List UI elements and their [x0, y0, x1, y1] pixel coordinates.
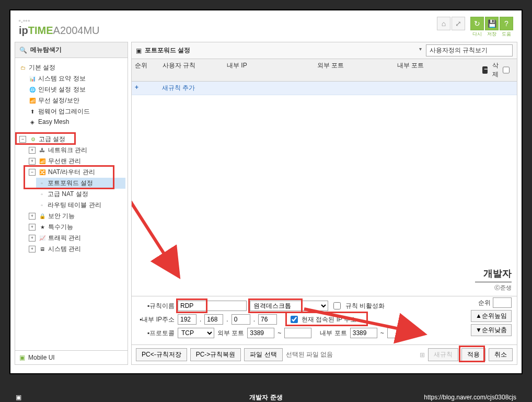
disable-rule-checkbox[interactable] [333, 302, 341, 309]
protocol-select[interactable]: TCP [178, 328, 214, 338]
delete-icon [482, 66, 488, 74]
ip-octet-1[interactable] [178, 314, 196, 325]
preset-select[interactable]: 원격데스크톱 [250, 301, 328, 311]
wifi-icon: 📶 [29, 97, 36, 105]
tree-security[interactable]: +🔒보안 기능 [27, 211, 125, 222]
tree-network-mgmt[interactable]: +🖧네트워크 관리 [27, 145, 125, 156]
new-rule-button[interactable]: 새규칙 [428, 348, 458, 361]
footer-left-icon: ▣ [16, 394, 21, 401]
rule-name-label: 규칙이름 [149, 302, 175, 309]
gear-icon: ⚙ [29, 136, 37, 143]
table-header: 순위 사용자 규칙 내부 IP 외부 포트 내부 포트 삭제 [132, 59, 517, 82]
folder-icon: 🗀 [19, 64, 27, 72]
tree-basic[interactable]: 🗀 기본 설정 [17, 62, 125, 73]
tree-internet[interactable]: 🌐인터넷 설정 정보 [27, 84, 125, 95]
collapse-icon[interactable]: − [29, 169, 36, 176]
priority-down-button[interactable]: ▼순위낮춤 [471, 324, 512, 336]
logo-text: ipTIMEA2004MU [19, 25, 100, 37]
pc-save-rule-button[interactable]: PC<-규칙저장 [136, 348, 187, 361]
ip-octet-2[interactable] [204, 314, 223, 325]
tree-nat-router[interactable]: −🔀NAT/라우터 관리 [27, 167, 125, 178]
internal-port-to[interactable] [387, 328, 414, 338]
footer-right: https://blog.naver.com/cjs0308cjs [424, 394, 516, 401]
router-icon: 🔀 [39, 169, 46, 176]
tree-routing-table[interactable]: ▫라우팅 테이블 관리 [36, 200, 125, 211]
internal-port-from[interactable] [350, 328, 377, 338]
priority-up-button[interactable]: ▲순위높임 [471, 310, 512, 322]
add-rule-row[interactable]: + 새규칙 추가 [132, 82, 517, 95]
menu-tree: 🗀 기본 설정 📊시스템 요약 정보 🌐인터넷 설정 정보 📶무선 설정/보안 … [15, 58, 128, 350]
tree-easymesh[interactable]: ◈Easy Mesh [27, 117, 125, 127]
current-ip-label: 현재 접속된 IP 주소 [302, 315, 356, 324]
lock-icon: 🔒 [39, 213, 46, 220]
logo: ▫.▫▫▫ ipTIMEA2004MU [19, 18, 100, 37]
expand-icon[interactable]: + [29, 246, 36, 252]
ip-octet-4[interactable] [258, 314, 277, 325]
chart-icon: 📊 [29, 75, 36, 83]
internal-ip-label: 내부 IP주소 [142, 316, 175, 323]
expand-icon[interactable]: + [29, 224, 36, 231]
traffic-icon: 📈 [39, 235, 46, 242]
expand-icon[interactable]: + [29, 158, 36, 165]
disable-rule-label: 규칙 비활성화 [345, 302, 385, 311]
priority-input[interactable] [493, 297, 512, 308]
refresh-button[interactable]: ↻ [470, 17, 484, 30]
sidebar: 🔍 메뉴탐색기 🗀 기본 설정 📊시스템 요약 정보 🌐인터넷 설정 정보 📶무… [15, 42, 128, 365]
current-ip-checkbox[interactable] [291, 316, 298, 323]
tree-sys-summary[interactable]: 📊시스템 요약 정보 [27, 73, 125, 84]
header-icon-group: ⌂ ⤢ ↻다시 💾저장 ?도움 [437, 17, 513, 38]
no-file-label: 선택된 파일 없음 [286, 350, 333, 359]
content-header: ▣ 포트포워드 설정 사용자정의 규칙보기 [132, 42, 517, 59]
star-icon: ★ [39, 224, 46, 231]
expand-icon[interactable]: + [29, 235, 36, 242]
col-extport: 외부 포트 [314, 59, 394, 81]
developer-sub: ⓒ준생 [475, 282, 512, 292]
tree-advanced[interactable]: − ⚙ 고급 설정 [17, 134, 125, 145]
wifi-icon: 📶 [39, 158, 46, 165]
tree-adv-nat[interactable]: ▫고급 NAT 설정 [36, 189, 125, 200]
col-index: 순위 [132, 59, 159, 81]
file-select-button[interactable]: 파일 선택 [244, 348, 282, 361]
expand-icon[interactable]: + [29, 213, 36, 220]
external-port-from[interactable] [247, 328, 274, 338]
cancel-button[interactable]: 취소 [489, 348, 513, 361]
system-icon: 🖥 [39, 246, 46, 253]
search-icon: 🔍 [19, 47, 27, 54]
rule-name-input[interactable] [178, 301, 247, 311]
sidebar-footer[interactable]: ▣ Mobile UI [15, 350, 128, 364]
tree-wireless[interactable]: 📶무선 설정/보안 [27, 95, 125, 106]
ip-octet-3[interactable] [232, 314, 250, 325]
help-button[interactable]: ? [500, 17, 513, 30]
col-rule: 사용자 규칙 [159, 59, 224, 81]
tree-traffic[interactable]: +📈트래픽 관리 [27, 233, 125, 244]
priority-label: 순위 [478, 298, 491, 307]
expand-icon[interactable]: ⤢ [452, 17, 465, 30]
page-icon: ▫ [38, 180, 45, 187]
content-panel: ▣ 포트포워드 설정 사용자정의 규칙보기 순위 사용자 규칙 내부 IP 외부… [131, 42, 517, 365]
update-icon: ⬆ [29, 108, 36, 116]
footer-center: 개발자 준생 [249, 393, 282, 402]
content-title: 포트포워드 설정 [145, 46, 190, 55]
home-icon[interactable]: ⌂ [437, 17, 450, 30]
pc-restore-rule-button[interactable]: PC->규칙복원 [190, 348, 241, 361]
view-dropdown[interactable]: 사용자정의 규칙보기 [426, 44, 513, 56]
internal-port-label: 내부 포트 [320, 329, 346, 338]
expand-icon[interactable]: + [29, 147, 36, 154]
bottom-button-bar: PC<-규칙저장 PC->규칙복원 파일 선택 선택된 파일 없음 ⊞ 새규칙 … [132, 344, 517, 364]
tree-firmware[interactable]: ⬆펌웨어 업그레이드 [27, 106, 125, 117]
tree-system[interactable]: +🖥시스템 관리 [27, 244, 125, 255]
apply-button[interactable]: 적용 [461, 348, 485, 361]
save-button[interactable]: 💾 [485, 17, 499, 30]
developer-label: 개발자 [475, 267, 512, 280]
tree-wlan-mgmt[interactable]: +📶무선랜 관리 [27, 156, 125, 167]
col-ip: 내부 IP [224, 59, 314, 81]
tree-special[interactable]: +★특수기능 [27, 222, 125, 233]
collapse-icon[interactable]: − [19, 136, 26, 143]
new-rule-add-icon: ⊞ [420, 351, 425, 359]
external-port-to[interactable] [284, 328, 311, 338]
col-intport: 내부 포트 [394, 59, 479, 81]
tree-port-forward[interactable]: ▫포트포워드 설정 [36, 178, 125, 189]
delete-all-checkbox[interactable] [503, 66, 510, 74]
col-delete: 삭제 [479, 59, 517, 81]
page-icon: ▫ [38, 191, 45, 198]
